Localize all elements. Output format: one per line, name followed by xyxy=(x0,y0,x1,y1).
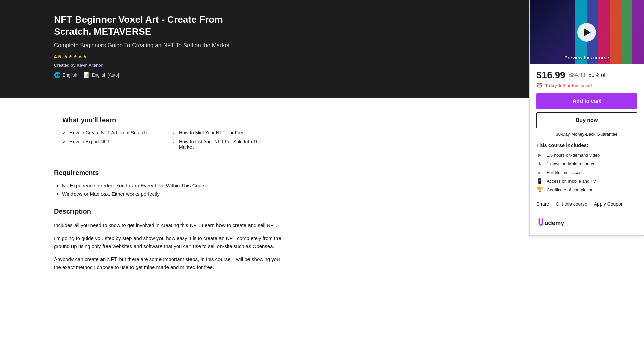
include-certificate-label: Certificate of completion xyxy=(547,187,593,192)
card-body: $16.99 $84.99 80% off ⏰ 1 day left at th… xyxy=(530,64,644,212)
lang-item-auto: 📝 English [Auto] xyxy=(83,72,119,78)
course-title: NFT Beginner Voxel Art - Create From Scr… xyxy=(54,13,243,38)
check-icon-3: ✓ xyxy=(62,139,66,144)
bar-5 xyxy=(621,0,632,64)
include-video-label: 1.5 hours on-demand video xyxy=(547,153,600,158)
desc-para-3: Anybody can create an NFT, but there are… xyxy=(54,255,283,271)
globe-icon: 🌐 xyxy=(54,72,61,78)
rating-row: 4.5 ★ ★ ★ ★ ★ xyxy=(54,54,243,59)
money-back-guarantee: 30-Day Money-Back Guarantee xyxy=(536,132,637,137)
check-icon-1: ✓ xyxy=(62,130,66,135)
requirements-list: No Experience needed. You Learn Everythi… xyxy=(54,183,283,197)
include-lifetime: ∞ Full lifetime access xyxy=(536,170,637,175)
learn-item-4-text: How to List Your NFT For Sale Into The M… xyxy=(179,139,275,150)
bar-6 xyxy=(632,0,644,64)
desc-para-1: Includes all you need to know to get inv… xyxy=(54,221,283,230)
requirements-title: Requirements xyxy=(54,169,283,177)
lang-label-auto: English [Auto] xyxy=(92,72,119,78)
lang-item-english: 🌐 English xyxy=(54,72,77,78)
mobile-icon: 📱 xyxy=(536,178,543,184)
svg-text:udemy: udemy xyxy=(544,219,564,226)
stars: ★ ★ ★ ★ ★ xyxy=(64,54,87,59)
description-section: Description Includes all you need to kno… xyxy=(54,208,283,271)
description-title: Description xyxy=(54,208,283,215)
share-button[interactable]: Share xyxy=(536,201,549,207)
star-1: ★ xyxy=(64,54,68,59)
rating-number: 4.5 xyxy=(54,54,61,59)
learn-item-3-text: How to Export NFT xyxy=(69,139,110,144)
udemy-logo: udemy xyxy=(536,217,570,229)
language-row: 🌐 English 📝 English [Auto] xyxy=(54,72,243,78)
check-icon-2: ✓ xyxy=(172,130,176,135)
learn-item-4: ✓ How to List Your NFT For Sale Into The… xyxy=(172,139,275,150)
video-icon: ▶ xyxy=(536,152,543,158)
card-actions: Share Gift this course Apply Coupon xyxy=(536,198,637,207)
price-row: $16.99 $84.99 80% off xyxy=(536,70,637,81)
learn-grid: ✓ How to Create NFT Art From Scratch ✓ H… xyxy=(62,130,275,150)
include-video: ▶ 1.5 hours on-demand video xyxy=(536,152,637,158)
urgency-row: ⏰ 1 day left at this price! xyxy=(536,83,637,89)
created-by-label: Created by xyxy=(54,63,76,68)
play-icon xyxy=(584,28,591,36)
include-mobile: 📱 Access on mobile and TV xyxy=(536,178,637,184)
price-discount: 80% off xyxy=(589,72,607,78)
include-download-label: 1 downloadable resource xyxy=(547,161,595,166)
author-row: Created by Kevin Altenor xyxy=(54,63,243,68)
learn-item-2-text: How to Mint Your NFT For Free xyxy=(179,130,244,135)
req-item-2: Windows or Mac osx. Either works perfect… xyxy=(62,191,283,197)
main-content: What you'll learn ✓ How to Create NFT Ar… xyxy=(0,98,337,296)
learn-title: What you'll learn xyxy=(62,116,275,124)
download-icon: ⬇ xyxy=(536,161,543,167)
learn-item-2: ✓ How to Mint Your NFT For Free xyxy=(172,130,275,135)
alarm-icon: ⏰ xyxy=(536,83,543,89)
desc-para-2: I'm going to guide you step by step and … xyxy=(54,234,283,250)
learn-item-1: ✓ How to Create NFT Art From Scratch xyxy=(62,130,165,135)
buy-now-button[interactable]: Buy now xyxy=(536,112,637,128)
price-original: $84.99 xyxy=(569,72,585,78)
cc-icon: 📝 xyxy=(83,72,90,78)
bar-4 xyxy=(610,0,621,64)
author-link[interactable]: Kevin Altenor xyxy=(77,63,103,68)
urgency-bold: 1 day xyxy=(545,83,557,88)
includes-title: This course includes: xyxy=(536,142,637,148)
star-3: ★ xyxy=(73,54,78,59)
req-item-1: No Experience needed. You Learn Everythi… xyxy=(62,183,283,188)
course-subtitle: Complete Beginners Guide To Creating an … xyxy=(54,42,243,49)
learn-box: What you'll learn ✓ How to Create NFT Ar… xyxy=(54,108,283,158)
preview-label: Preview this course xyxy=(564,55,609,60)
include-download: ⬇ 1 downloadable resource xyxy=(536,161,637,167)
learn-item-3: ✓ How to Export NFT xyxy=(62,139,165,150)
star-2: ★ xyxy=(68,54,73,59)
requirements-section: Requirements No Experience needed. You L… xyxy=(54,169,283,197)
gift-course-button[interactable]: Gift this course xyxy=(556,201,587,207)
add-to-cart-button[interactable]: Add to cart xyxy=(536,93,637,109)
preview-area[interactable]: Preview this course xyxy=(530,0,644,64)
price-current: $16.99 xyxy=(536,70,565,81)
play-button[interactable] xyxy=(577,23,596,42)
check-icon-4: ✓ xyxy=(172,139,176,144)
urgency-text: left at this price! xyxy=(559,83,592,88)
include-certificate: 🏆 Certificate of completion xyxy=(536,187,637,193)
infinity-icon: ∞ xyxy=(536,170,543,175)
udemy-logo-area: udemy xyxy=(530,212,644,235)
apply-coupon-button[interactable]: Apply Coupon xyxy=(594,201,624,207)
learn-item-1-text: How to Create NFT Art From Scratch xyxy=(69,130,147,135)
trophy-icon: 🏆 xyxy=(536,187,543,193)
lang-label-english: English xyxy=(63,72,77,78)
sidebar-card: Preview this course $16.99 $84.99 80% of… xyxy=(529,0,644,236)
star-5: ★ xyxy=(83,54,87,59)
star-4: ★ xyxy=(78,54,82,59)
include-lifetime-label: Full lifetime access xyxy=(547,170,584,175)
header-content: NFT Beginner Voxel Art - Create From Scr… xyxy=(54,13,357,84)
include-mobile-label: Access on mobile and TV xyxy=(547,179,596,184)
